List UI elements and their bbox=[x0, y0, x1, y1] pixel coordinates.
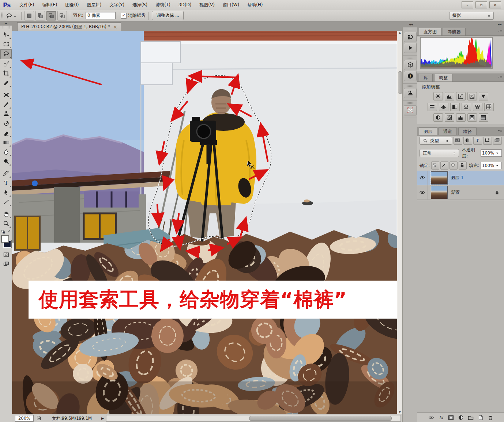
adjustment-curves-button[interactable] bbox=[456, 92, 466, 100]
panels-collapse-icon[interactable]: ▶▶ bbox=[498, 23, 502, 26]
new-selection-button[interactable] bbox=[25, 11, 34, 20]
layers-tab-图层[interactable]: 图层 bbox=[419, 128, 437, 135]
line-tool[interactable] bbox=[1, 197, 11, 207]
menu-item-7[interactable]: 3D(D) bbox=[174, 0, 195, 10]
menu-item-10[interactable]: 帮助(H) bbox=[243, 0, 267, 10]
layer-row-1[interactable]: 背景 bbox=[417, 185, 504, 200]
adjustment-threshold-button[interactable] bbox=[456, 113, 466, 122]
lock-position-button[interactable] bbox=[450, 161, 458, 170]
path-select-tool[interactable] bbox=[1, 188, 11, 197]
menu-item-5[interactable]: 选择(S) bbox=[128, 0, 151, 10]
layer-visibility-eye-icon[interactable] bbox=[417, 171, 428, 185]
marquee-tool[interactable] bbox=[1, 39, 11, 49]
menu-item-2[interactable]: 图像(I) bbox=[61, 0, 83, 10]
filter-pixel-button[interactable] bbox=[454, 137, 462, 145]
adjustment-gradient-map-button[interactable] bbox=[467, 113, 477, 122]
panel-menu-icon[interactable] bbox=[497, 129, 503, 134]
histogram-tab-导航器[interactable]: 导航器 bbox=[443, 28, 466, 35]
panel-icon-measurement-log[interactable] bbox=[404, 105, 417, 115]
scroll-down-icon[interactable]: ▼ bbox=[397, 410, 402, 414]
eyedropper-tool[interactable] bbox=[1, 78, 11, 88]
add-selection-button[interactable] bbox=[35, 11, 45, 20]
layer-style-fx-button[interactable]: fx bbox=[438, 414, 444, 421]
panel-icon-info[interactable]: i bbox=[404, 71, 417, 81]
add-layer-mask-button[interactable] bbox=[448, 414, 454, 421]
lock-paint-button[interactable] bbox=[440, 161, 448, 170]
vertical-scrollbar[interactable]: ▲ ▼ bbox=[397, 31, 403, 414]
new-group-button[interactable] bbox=[467, 414, 474, 421]
scroll-up-icon[interactable]: ▲ bbox=[397, 31, 402, 34]
new-adjustment-layer-button[interactable] bbox=[458, 414, 464, 421]
layer-thumbnail[interactable] bbox=[431, 186, 448, 199]
adjustment-posterize-button[interactable] bbox=[445, 113, 454, 122]
antialias-checkbox[interactable]: ✓ bbox=[121, 13, 127, 19]
close-button[interactable]: ✕ bbox=[489, 1, 501, 8]
menu-item-4[interactable]: 文字(Y) bbox=[105, 0, 128, 10]
panel-menu-icon[interactable] bbox=[497, 29, 503, 34]
maximize-button[interactable]: ▫ bbox=[475, 1, 487, 8]
eraser-tool[interactable] bbox=[1, 128, 11, 138]
brush-tool[interactable] bbox=[1, 100, 11, 109]
subtract-selection-button[interactable] bbox=[46, 11, 56, 20]
lasso-tool[interactable] bbox=[0, 49, 12, 59]
adjustment-vibrance-button[interactable] bbox=[479, 92, 488, 100]
adjustment-color-balance-button[interactable] bbox=[439, 103, 448, 111]
menu-item-9[interactable]: 窗口(W) bbox=[219, 0, 243, 10]
panel-icon-3d[interactable] bbox=[404, 60, 417, 70]
link-layers-button[interactable] bbox=[428, 414, 435, 421]
menu-item-0[interactable]: 文件(F) bbox=[15, 0, 38, 10]
layer-visibility-eye-icon[interactable] bbox=[417, 185, 428, 199]
panel-icon-history[interactable] bbox=[404, 32, 417, 42]
menu-item-8[interactable]: 视图(V) bbox=[195, 0, 219, 10]
document-tab[interactable]: PLH_2033.CR2 @ 200% (图层 1, RGB/16) * × bbox=[17, 22, 121, 31]
lock-all-button[interactable] bbox=[459, 161, 467, 170]
panel-menu-icon[interactable] bbox=[497, 75, 503, 80]
screen-mode-button[interactable] bbox=[1, 259, 11, 269]
workspace-select[interactable]: 摄影 bbox=[449, 12, 494, 20]
intersect-selection-button[interactable] bbox=[57, 11, 67, 20]
layer-filter-type-select[interactable]: 类型 bbox=[420, 137, 452, 145]
hand-tool[interactable] bbox=[1, 209, 11, 219]
menu-item-1[interactable]: 编辑(E) bbox=[38, 0, 61, 10]
healing-brush-tool[interactable] bbox=[1, 90, 11, 100]
blend-mode-select[interactable]: 正常 bbox=[420, 149, 459, 157]
lasso-tool-icon[interactable] bbox=[6, 12, 12, 19]
horizontal-scrollbar[interactable] bbox=[106, 415, 401, 422]
panel-icon-actions[interactable] bbox=[404, 43, 417, 53]
adjustment-invert-button[interactable] bbox=[433, 113, 443, 122]
gradient-tool[interactable] bbox=[1, 138, 11, 147]
toolbar-grip[interactable] bbox=[2, 26, 10, 29]
adjustment-levels-button[interactable] bbox=[445, 92, 454, 100]
filter-smart-object-button[interactable] bbox=[493, 137, 502, 145]
adjustment-color-lookup-button[interactable] bbox=[484, 103, 494, 111]
filter-shape-button[interactable] bbox=[483, 137, 492, 145]
opacity-field[interactable]: 100% bbox=[481, 149, 502, 157]
strip-collapse-icon[interactable]: ◀◀ bbox=[409, 23, 413, 26]
layer-row-0[interactable]: 图层 1 bbox=[417, 171, 504, 185]
menu-item-6[interactable]: 滤镜(T) bbox=[151, 0, 174, 10]
filter-type-button[interactable]: T bbox=[473, 137, 482, 145]
layer-name[interactable]: 背景 bbox=[451, 189, 459, 195]
default-colors-icon[interactable] bbox=[1, 229, 6, 235]
adjustment-channel-mixer-button[interactable] bbox=[473, 103, 482, 111]
minimize-button[interactable]: – bbox=[462, 1, 473, 8]
crop-tool[interactable] bbox=[1, 69, 11, 78]
pen-tool[interactable] bbox=[1, 169, 11, 178]
lock-transparent-button[interactable] bbox=[431, 161, 439, 170]
type-tool[interactable]: T bbox=[1, 178, 11, 188]
quick-select-tool[interactable] bbox=[1, 59, 11, 69]
foreground-color-swatch[interactable] bbox=[1, 235, 9, 243]
swap-colors-icon[interactable] bbox=[7, 229, 12, 235]
status-expand-icon[interactable]: ▶ bbox=[101, 417, 104, 420]
move-tool[interactable] bbox=[1, 30, 11, 39]
adjustment-photo-filter-button[interactable] bbox=[462, 103, 471, 111]
menu-item-3[interactable]: 图层(L) bbox=[83, 0, 105, 10]
tool-preset-caret-icon[interactable] bbox=[13, 13, 18, 18]
adjustment-brightness-contrast-button[interactable] bbox=[433, 92, 443, 100]
tab-close-icon[interactable]: × bbox=[113, 24, 117, 30]
history-brush-tool[interactable] bbox=[1, 119, 11, 128]
export-page-icon[interactable] bbox=[36, 415, 42, 422]
adjustments-tab-库[interactable]: 库 bbox=[419, 74, 433, 81]
layers-tab-通道[interactable]: 通道 bbox=[439, 128, 457, 135]
adjustments-tab-调整[interactable]: 调整 bbox=[434, 74, 452, 81]
